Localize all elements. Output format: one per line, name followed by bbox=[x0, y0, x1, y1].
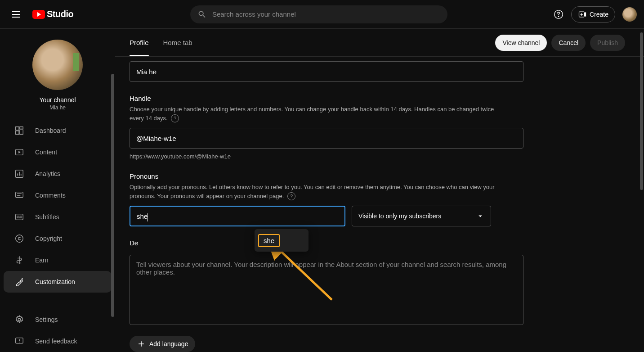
handle-input[interactable] bbox=[130, 128, 523, 149]
sidebar-item-content[interactable]: Content bbox=[4, 141, 112, 163]
visibility-value: Visible to only my subscribers bbox=[358, 212, 441, 220]
hamburger-icon bbox=[12, 11, 20, 18]
sidebar-item-feedback[interactable]: Send feedback bbox=[4, 330, 112, 352]
nav-label: Comments bbox=[35, 192, 66, 199]
handle-label: Handle bbox=[130, 95, 505, 102]
channel-info: Your channel Mia he bbox=[0, 36, 115, 120]
header: Studio Create bbox=[0, 0, 644, 29]
main-content: Profile Home tab View channel Cancel Pub… bbox=[115, 29, 644, 352]
logo-text: Studio bbox=[47, 9, 73, 19]
sidebar: Your channel Mia he Dashboard Content An… bbox=[0, 29, 115, 352]
pronouns-label: Pronouns bbox=[130, 172, 505, 180]
copyright-icon bbox=[14, 234, 24, 244]
tab-actions: View channel Cancel Publish bbox=[495, 35, 625, 51]
search-input[interactable] bbox=[212, 10, 440, 18]
sidebar-item-copyright[interactable]: Copyright bbox=[4, 228, 112, 249]
tab-profile[interactable]: Profile bbox=[130, 29, 149, 56]
sidebar-item-customization[interactable]: Customization bbox=[4, 271, 112, 293]
create-button[interactable]: Create bbox=[571, 6, 615, 23]
channel-avatar[interactable] bbox=[32, 40, 83, 90]
sidebar-item-subtitles[interactable]: Subtitles bbox=[4, 206, 112, 228]
nav-label: Copyright bbox=[35, 235, 62, 242]
help-icon[interactable]: ? bbox=[171, 114, 179, 122]
help-icon bbox=[554, 9, 564, 19]
logo[interactable]: Studio bbox=[32, 9, 73, 19]
description-label: De bbox=[130, 239, 505, 247]
nav-label: Subtitles bbox=[35, 213, 59, 221]
help-button[interactable] bbox=[550, 5, 568, 23]
view-channel-button[interactable]: View channel bbox=[495, 35, 547, 51]
menu-button[interactable] bbox=[7, 5, 25, 23]
publish-button: Publish bbox=[590, 35, 625, 51]
nav-label: Earn bbox=[35, 257, 49, 264]
youtube-icon bbox=[32, 10, 45, 19]
nav-label: Settings bbox=[35, 316, 58, 323]
cancel-button[interactable]: Cancel bbox=[551, 35, 586, 51]
description-textarea[interactable] bbox=[130, 255, 523, 325]
svg-rect-5 bbox=[16, 192, 23, 198]
customization-icon bbox=[14, 277, 24, 287]
content-icon bbox=[14, 147, 24, 157]
comments-icon bbox=[14, 190, 24, 200]
header-actions: Create bbox=[550, 5, 637, 23]
nav-label: Analytics bbox=[35, 170, 60, 177]
nav-label: Customization bbox=[35, 278, 75, 285]
sidebar-item-dashboard[interactable]: Dashboard bbox=[4, 120, 112, 141]
add-language-label: Add language bbox=[149, 340, 188, 347]
handle-url: https://www.youtube.com/@Miahe-w1e bbox=[130, 153, 505, 160]
tab-hometab[interactable]: Home tab bbox=[163, 29, 192, 56]
your-channel-label: Your channel bbox=[39, 96, 76, 104]
add-language-button[interactable]: Add language bbox=[130, 336, 195, 352]
earn-icon bbox=[14, 255, 24, 265]
form-area: Handle Choose your unique handle by addi… bbox=[115, 57, 520, 352]
dropdown-option-she[interactable]: she bbox=[258, 234, 280, 247]
help-icon[interactable]: ? bbox=[287, 192, 295, 200]
chevron-down-icon bbox=[476, 212, 484, 220]
plus-icon bbox=[137, 339, 146, 348]
sidebar-item-settings[interactable]: Settings bbox=[4, 309, 112, 330]
channel-name: Mia he bbox=[49, 104, 66, 111]
pronouns-input[interactable]: she bbox=[130, 206, 345, 226]
visibility-select[interactable]: Visible to only my subscribers bbox=[352, 206, 491, 226]
create-label: Create bbox=[590, 11, 608, 18]
handle-desc: Choose your unique handle by adding lett… bbox=[130, 105, 505, 122]
nav-label: Content bbox=[35, 149, 57, 156]
avatar[interactable] bbox=[622, 7, 637, 22]
dashboard-icon bbox=[14, 126, 24, 135]
nav-label: Dashboard bbox=[35, 127, 66, 134]
feedback-icon bbox=[14, 336, 24, 346]
search-icon bbox=[197, 9, 207, 19]
nav-label: Send feedback bbox=[35, 338, 77, 345]
sidebar-item-earn[interactable]: Earn bbox=[4, 249, 112, 271]
search-container[interactable] bbox=[190, 5, 447, 23]
svg-point-1 bbox=[558, 16, 559, 16]
svg-rect-6 bbox=[16, 214, 23, 220]
sidebar-item-comments[interactable]: Comments bbox=[4, 185, 112, 206]
svg-point-8 bbox=[18, 318, 21, 321]
pronouns-dropdown: she bbox=[255, 229, 309, 252]
svg-point-7 bbox=[16, 235, 23, 243]
pronouns-desc: Optionally add your pronouns. Let others… bbox=[130, 183, 505, 200]
tab-bar: Profile Home tab View channel Cancel Pub… bbox=[115, 29, 644, 57]
subtitles-icon bbox=[14, 212, 24, 222]
create-icon bbox=[578, 10, 587, 19]
name-input[interactable] bbox=[130, 61, 523, 82]
sidebar-item-analytics[interactable]: Analytics bbox=[4, 163, 112, 185]
settings-icon bbox=[14, 315, 24, 325]
analytics-icon bbox=[14, 169, 24, 179]
